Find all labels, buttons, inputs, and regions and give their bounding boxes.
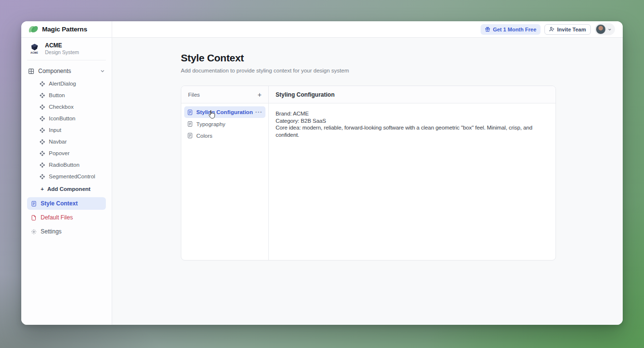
gear-icon xyxy=(31,229,37,235)
document-icon xyxy=(187,132,193,139)
sidebar-item-style-context[interactable]: Style Context xyxy=(27,197,106,210)
document-icon xyxy=(187,109,193,116)
content-line-core-idea: Core idea: modern, reliable, forward-loo… xyxy=(276,124,549,138)
settings-label: Settings xyxy=(41,228,61,235)
document-icon xyxy=(31,201,37,207)
sidebar: ACME ACME Design System Components xyxy=(21,38,112,325)
components-section-toggle[interactable]: Components xyxy=(27,65,106,77)
component-icon xyxy=(40,93,45,98)
component-icon xyxy=(40,104,45,110)
gift-icon xyxy=(485,27,490,32)
top-bar-actions: Get 1 Month Free Invite Team xyxy=(112,21,623,37)
component-label: Input xyxy=(49,127,61,133)
content-line-category: Category: B2B SaaS xyxy=(276,117,549,125)
acme-logo-icon: ACME xyxy=(28,44,41,54)
style-context-label: Style Context xyxy=(41,200,78,207)
page-subtitle: Add documentation to provide styling con… xyxy=(181,68,623,73)
component-icon xyxy=(40,116,45,121)
component-label: IconButton xyxy=(49,116,75,121)
component-label: RadioButton xyxy=(49,162,79,168)
workspace-subtitle: Design System xyxy=(45,49,79,55)
sidebar-item-input[interactable]: Input xyxy=(27,124,106,136)
component-label: Popover xyxy=(49,150,70,156)
chevron-down-icon xyxy=(100,69,105,73)
document-icon xyxy=(187,121,193,127)
file-item-typography[interactable]: Typography xyxy=(184,118,265,130)
main-area: Style Context Add documentation to provi… xyxy=(112,38,623,325)
file-menu-button[interactable]: ··· xyxy=(255,109,263,116)
promo-label: Get 1 Month Free xyxy=(493,27,536,32)
file-item-colors[interactable]: Colors xyxy=(184,130,265,141)
component-label: Navbar xyxy=(49,139,67,145)
add-file-button[interactable]: + xyxy=(258,91,262,98)
component-label: Checkbox xyxy=(49,104,73,110)
sidebar-item-radiobutton[interactable]: RadioButton xyxy=(27,159,106,171)
component-label: Button xyxy=(49,92,65,98)
files-header: Files + xyxy=(181,86,269,103)
file-name: Styling Configuration xyxy=(196,109,252,115)
component-icon xyxy=(40,81,45,87)
file-item-styling-configuration[interactable]: Styling Configuration ··· xyxy=(184,106,265,118)
files-header-label: Files xyxy=(188,92,200,98)
logo-area[interactable]: Magic Patterns xyxy=(21,21,112,37)
component-icon xyxy=(40,174,45,179)
plus-icon: + xyxy=(41,186,44,192)
sidebar-item-alertdialog[interactable]: AlertDialog xyxy=(27,78,106,89)
component-icon xyxy=(40,162,45,168)
component-label: SegmentedControl xyxy=(49,174,95,179)
logo-text: Magic Patterns xyxy=(42,26,87,33)
components-header-label: Components xyxy=(38,68,71,74)
acme-logo-word: ACME xyxy=(30,51,38,54)
components-list: AlertDialog Button Checkbox IconButton xyxy=(27,78,106,196)
top-bar: Magic Patterns Get 1 Month Free Invite T… xyxy=(21,21,623,38)
invite-label: Invite Team xyxy=(557,27,586,32)
file-name: Typography xyxy=(196,121,263,127)
content-header: Styling Configuration xyxy=(269,86,556,103)
sidebar-item-segmentedcontrol[interactable]: SegmentedControl xyxy=(27,171,106,182)
invite-team-button[interactable]: Invite Team xyxy=(544,24,591,35)
component-icon xyxy=(40,139,45,145)
component-icon xyxy=(40,151,45,156)
sidebar-item-settings[interactable]: Settings xyxy=(27,225,106,238)
sidebar-item-popover[interactable]: Popover xyxy=(27,147,106,159)
page-title: Style Context xyxy=(181,52,623,64)
add-component-label: Add Component xyxy=(47,186,90,192)
workspace-switcher[interactable]: ACME ACME Design System xyxy=(27,38,106,60)
card-body: Styling Configuration ··· Typography Col… xyxy=(181,103,556,260)
sidebar-item-default-files[interactable]: Default Files xyxy=(27,211,106,224)
card-header: Files + Styling Configuration xyxy=(181,86,556,103)
grid-icon xyxy=(28,68,34,74)
magic-patterns-logo-icon xyxy=(28,25,39,34)
style-context-card: Files + Styling Configuration Styling Co… xyxy=(181,86,556,261)
get-month-free-button[interactable]: Get 1 Month Free xyxy=(481,24,541,35)
user-plus-icon xyxy=(549,27,555,32)
file-name: Colors xyxy=(196,133,263,139)
sidebar-item-iconbutton[interactable]: IconButton xyxy=(27,113,106,124)
chevron-down-icon xyxy=(608,28,612,31)
component-icon xyxy=(40,128,45,133)
sidebar-item-navbar[interactable]: Navbar xyxy=(27,136,106,147)
file-icon xyxy=(31,215,37,221)
app-window: Magic Patterns Get 1 Month Free Invite T… xyxy=(21,21,623,325)
sidebar-item-checkbox[interactable]: Checkbox xyxy=(27,101,106,113)
sidebar-item-button[interactable]: Button xyxy=(27,89,106,101)
avatar xyxy=(596,24,606,34)
file-content[interactable]: Brand: ACME Category: B2B SaaS Core idea… xyxy=(269,103,556,260)
content-line-brand: Brand: ACME xyxy=(276,110,549,117)
workspace-name: ACME xyxy=(45,42,79,49)
account-menu[interactable] xyxy=(595,23,615,35)
default-files-label: Default Files xyxy=(41,214,73,221)
files-list: Styling Configuration ··· Typography Col… xyxy=(181,103,269,260)
component-label: AlertDialog xyxy=(49,81,76,87)
add-component-button[interactable]: + Add Component xyxy=(27,182,106,196)
